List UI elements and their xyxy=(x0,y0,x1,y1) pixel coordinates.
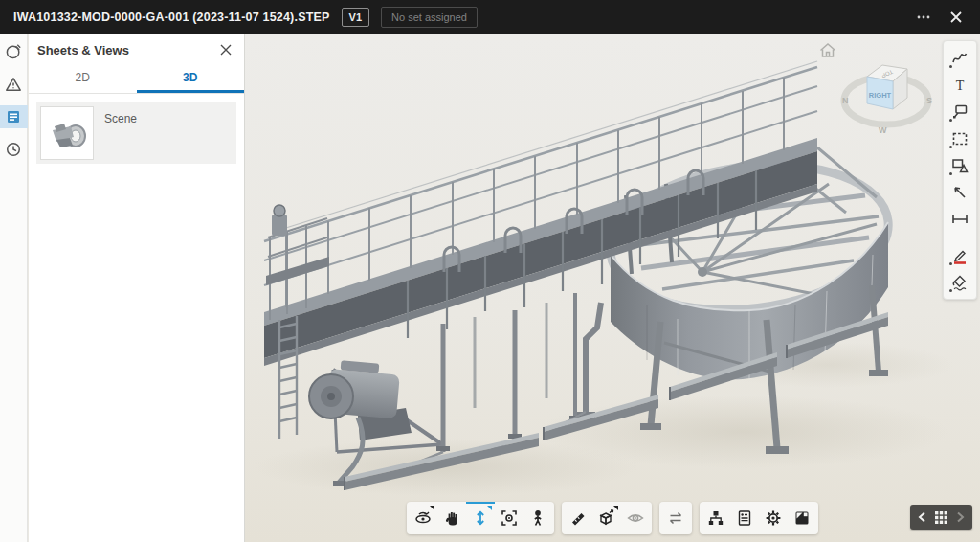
explode-tool[interactable] xyxy=(592,502,621,534)
settings-tool[interactable] xyxy=(759,502,788,534)
settings-tool-group xyxy=(700,502,818,534)
gear-icon xyxy=(764,508,783,528)
markup-toolbar: T xyxy=(943,40,977,300)
render-options-tool[interactable] xyxy=(788,502,816,534)
measure-tool[interactable] xyxy=(564,502,592,534)
freehand-draw-tool[interactable] xyxy=(947,45,973,71)
flyout-dot xyxy=(949,172,952,175)
rail-item-sheets-views[interactable] xyxy=(0,105,28,128)
title-bar: IWA101332-MOD-0000-GA-001 (2023-11-07 15… xyxy=(0,0,980,34)
text-icon: T xyxy=(950,76,969,95)
freehand-icon xyxy=(950,49,969,68)
flyout-dot xyxy=(949,146,952,148)
rail-item-history[interactable] xyxy=(0,138,28,161)
flyout-arrow xyxy=(430,506,434,510)
compass-north-label: N xyxy=(842,96,849,105)
orbit-icon xyxy=(413,508,433,528)
clock-icon xyxy=(5,141,22,158)
close-button[interactable] xyxy=(946,7,967,28)
model-browser-tool[interactable] xyxy=(702,502,730,534)
warning-triangle-icon xyxy=(5,76,22,93)
callout-tool[interactable] xyxy=(947,99,973,124)
fill-color-tool[interactable] xyxy=(947,269,973,295)
pager-next-button[interactable] xyxy=(956,511,965,523)
view-list: Scene xyxy=(29,94,244,172)
viewer-window: IWA101332-MOD-0000-GA-001 (2023-11-07 15… xyxy=(0,0,980,542)
measure-icon xyxy=(568,508,588,528)
toolbar-divider xyxy=(949,237,970,237)
nav-tool-group xyxy=(407,502,554,534)
dimension-icon xyxy=(950,210,969,229)
pager-grid-button[interactable] xyxy=(935,511,947,524)
pen-color-tool[interactable] xyxy=(947,242,973,268)
svg-text:T: T xyxy=(956,79,965,93)
fit-to-view-tool[interactable] xyxy=(495,502,523,534)
ghost-view-tool[interactable] xyxy=(621,502,650,534)
properties-icon xyxy=(735,508,754,528)
file-title: IWA101332-MOD-0000-GA-001 (2023-11-07 15… xyxy=(13,11,330,24)
shapes-icon xyxy=(950,156,969,175)
compare-tool[interactable] xyxy=(661,502,690,534)
scene-thumbnail-image xyxy=(41,107,93,159)
cloud-box-tool[interactable] xyxy=(947,125,973,151)
dimension-tool[interactable] xyxy=(947,206,973,232)
pan-hand-icon xyxy=(443,509,460,527)
flyout-dot xyxy=(949,289,952,292)
chevron-right-icon xyxy=(956,511,965,523)
navigation-toolbar xyxy=(407,502,818,534)
render-options-icon xyxy=(792,508,812,528)
tab-3d[interactable]: 3D xyxy=(137,65,245,93)
viewcube-front-face-label: RIGHT xyxy=(869,91,892,100)
callout-icon xyxy=(950,102,969,122)
view-item-scene[interactable]: Scene xyxy=(36,102,236,164)
flyout-dot xyxy=(949,119,952,122)
properties-tool[interactable] xyxy=(730,502,759,534)
first-person-tool[interactable] xyxy=(523,502,552,534)
fill-color-icon xyxy=(950,273,969,292)
analyze-tool-group xyxy=(562,502,652,534)
tab-2d[interactable]: 2D xyxy=(29,65,137,93)
left-tool-rail xyxy=(0,34,28,542)
viewport: N W S RIGHT TOP T xyxy=(245,34,980,542)
compass-south-label: S xyxy=(926,96,932,105)
sheet-view-tabs: 2D 3D xyxy=(29,65,244,94)
pager-prev-button[interactable] xyxy=(918,511,926,523)
set-assignment-button[interactable]: No set assigned xyxy=(381,7,478,28)
flyout-arrow xyxy=(487,506,492,510)
first-person-icon xyxy=(529,509,546,527)
zoom-icon xyxy=(472,509,489,527)
ellipsis-icon xyxy=(916,10,931,25)
flyout-dot xyxy=(949,262,952,265)
close-icon xyxy=(219,43,233,56)
text-tool[interactable]: T xyxy=(947,72,973,98)
arrow-tool[interactable] xyxy=(947,179,973,205)
rail-item-markup[interactable] xyxy=(0,40,28,63)
grid-icon xyxy=(935,511,947,524)
version-badge[interactable]: V1 xyxy=(342,8,369,27)
compare-arrows-icon xyxy=(666,508,685,528)
panel-title: Sheets & Views xyxy=(37,43,129,57)
pan-tool[interactable] xyxy=(437,502,466,534)
more-options-button[interactable] xyxy=(913,7,934,28)
cloud-box-icon xyxy=(950,129,969,148)
view-cube[interactable]: N W S RIGHT TOP xyxy=(823,56,947,144)
compass-west-label: W xyxy=(879,125,887,135)
sheet-pager xyxy=(910,505,972,530)
scene-thumbnail xyxy=(40,106,94,160)
panel-close-button[interactable] xyxy=(217,41,234,58)
ghost-eye-icon xyxy=(626,508,645,528)
sheets-views-panel: Sheets & Views 2D 3D xyxy=(29,34,245,542)
rail-item-issues[interactable] xyxy=(0,73,28,96)
explode-icon xyxy=(597,508,616,528)
panel-header: Sheets & Views xyxy=(29,34,244,65)
zoom-tool[interactable] xyxy=(466,502,495,534)
arrow-icon xyxy=(950,183,969,202)
chevron-left-icon xyxy=(918,511,926,523)
markup-pencil-icon xyxy=(5,43,22,60)
flyout-dot xyxy=(949,65,952,68)
shapes-tool[interactable] xyxy=(947,152,973,178)
flyout-arrow xyxy=(613,506,618,510)
close-icon xyxy=(949,11,963,24)
compare-tool-group xyxy=(659,502,692,534)
orbit-tool[interactable] xyxy=(409,502,437,534)
